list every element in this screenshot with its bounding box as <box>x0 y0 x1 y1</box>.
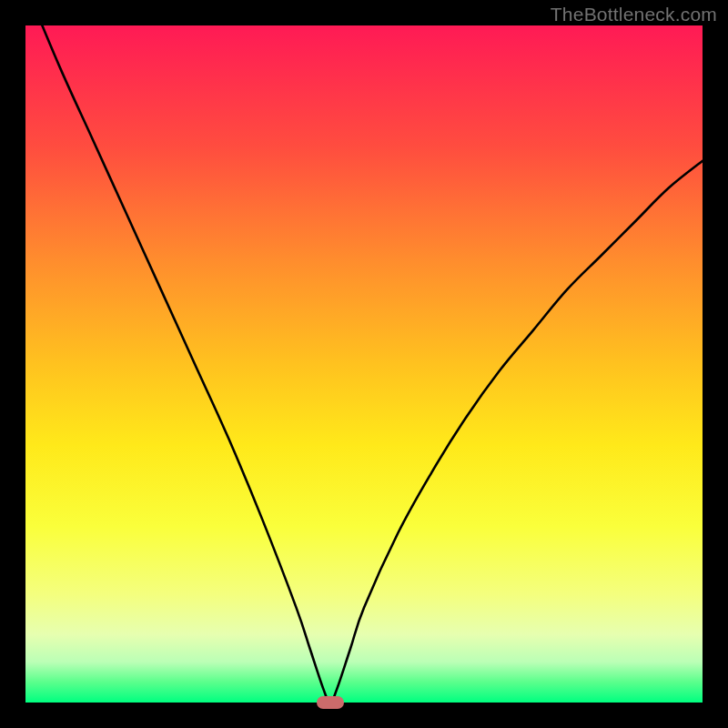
minimum-marker <box>317 696 344 709</box>
watermark-text: TheBottleneck.com <box>551 4 717 25</box>
bottleneck-curve <box>25 25 703 703</box>
chart-frame: TheBottleneck.com <box>0 0 728 728</box>
curve-path <box>25 0 703 703</box>
plot-area <box>25 25 703 703</box>
